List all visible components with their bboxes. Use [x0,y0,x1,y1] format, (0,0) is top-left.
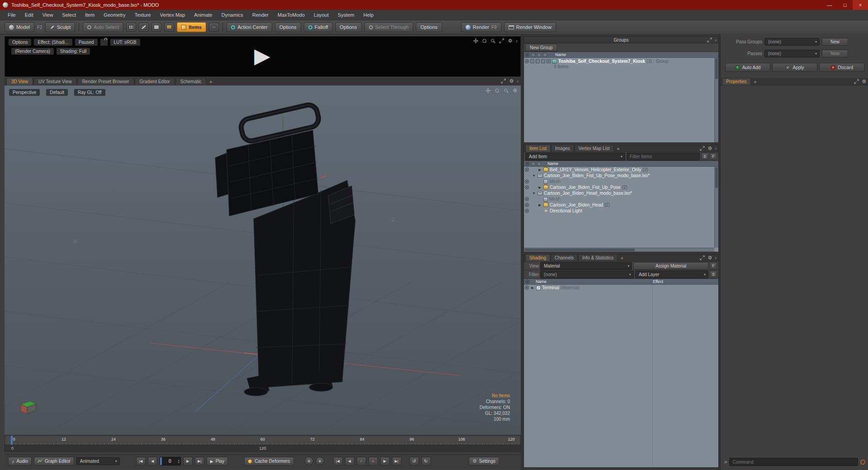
scrollbar-vertical[interactable] [714,167,718,248]
menu-item[interactable]: Item [81,11,99,19]
menu-item[interactable]: Edit [21,11,38,19]
pass-groups-dropdown[interactable]: (none) ▾ [764,38,820,46]
play-button[interactable]: ▶ Play [207,457,228,465]
viewport-tab[interactable]: Gradient Editor [135,78,175,85]
close-button[interactable]: × [853,0,868,10]
preview-effect-button[interactable]: Effect: (Shadi... [34,39,72,46]
next-key-button[interactable]: ▶| [392,457,401,465]
scrollbar-handle[interactable] [715,58,718,79]
timeline-ruler[interactable]: 01224364860728496108120 [5,436,520,445]
auto-select-button[interactable]: Auto Select [83,22,123,32]
falloff-button[interactable]: Falloff [304,22,333,32]
properties-tab[interactable]: Properties [722,78,751,85]
expand-icon[interactable] [700,255,705,260]
apply-button[interactable]: ✓ Apply [772,63,817,72]
pan-icon[interactable] [473,38,478,43]
menu-item[interactable]: View [38,11,57,19]
chevron-right-icon[interactable]: › [715,255,717,260]
item-row[interactable]: Bell_UH1Y_Venom_Helicopter_Exterior_Only… [524,167,718,173]
item-row[interactable]: Cartoon_Joe_Biden_Head (2) [524,202,718,208]
eye-icon[interactable] [525,286,529,290]
loop-back-button[interactable]: ↺ [410,457,419,465]
minimize-button[interactable]: — [822,0,837,10]
preview-paused-button[interactable]: Paused [75,39,98,46]
gear-icon[interactable]: ⚙ [862,79,866,84]
frame-spinner[interactable]: ▴ ▾ [178,459,179,464]
add-viewport-tab-button[interactable]: + [207,79,216,85]
spin-down-icon[interactable]: ▾ [178,461,179,464]
search-mode-button[interactable]: S [701,153,708,160]
transport-tool-button-2[interactable] [316,457,324,465]
auto-add-button[interactable]: + Auto Add [725,63,770,72]
preview-lut-button[interactable]: LUT: sRGB [110,39,140,46]
scrollbar-horizontal[interactable] [524,248,714,252]
expand-arrow[interactable] [538,168,542,171]
maximize-button[interactable]: □ [837,0,853,10]
items-mode-button[interactable]: Items [177,22,206,32]
render-button[interactable]: Render F9 [461,22,501,32]
chevron-right-icon[interactable]: › [715,38,717,42]
gear-icon[interactable]: ⚙ [509,79,514,84]
filter-mode-button[interactable]: F [710,262,717,269]
group-toggle-3[interactable] [541,59,545,63]
menu-item[interactable]: File [4,11,20,19]
viewport-tab[interactable]: UV Texture View [33,78,77,85]
expand-arrow[interactable] [532,174,536,177]
scrollbar-handle[interactable] [715,167,718,188]
shading-tab[interactable]: Shading [525,254,550,261]
discard-button[interactable]: × Discard [819,63,864,72]
go-to-end-button[interactable]: ▶| [195,457,204,465]
menu-item[interactable]: Texture [131,11,155,19]
menu-item[interactable]: Animate [190,11,216,19]
action-center-button[interactable]: Action Center [226,22,272,32]
group-toggle-1[interactable] [530,59,534,63]
chevron-right-icon[interactable]: › [517,79,519,84]
filter-mode-button[interactable]: F [710,153,717,160]
action-center-options-button[interactable]: Options [275,22,301,32]
eye-icon[interactable] [525,209,529,213]
add-layer-dropdown[interactable]: Add Layer ▾ [635,271,708,278]
expand-icon[interactable] [501,79,506,84]
center-mode-button[interactable] [209,23,219,32]
item-list-tab[interactable]: Item List [525,145,551,152]
loop-forward-button[interactable]: ↻ [421,457,431,465]
key-check-button[interactable]: ✓ [357,457,366,465]
new-pass-group-button[interactable]: New [822,38,848,46]
falloff-options-button[interactable]: Options [335,22,362,32]
preview-options-button[interactable]: Options [9,39,31,46]
expand-arrow[interactable] [538,186,542,189]
render-window-button[interactable]: Render Window [504,22,556,32]
preview-camera-button[interactable]: (Render Camera) [11,48,54,55]
expand-icon[interactable] [700,146,705,151]
previous-frame-button[interactable]: ◀ [345,457,354,465]
edges-mode-button[interactable] [139,23,149,32]
chevron-right-icon[interactable]: › [715,146,717,151]
eye-icon[interactable] [525,179,529,183]
select-through-button[interactable]: Select Through [364,22,413,32]
filter-dropdown[interactable]: (none) ▾ [540,271,634,278]
scrollbar-handle[interactable] [524,249,635,251]
command-history-icon[interactable] [860,460,865,465]
cache-deformers-button[interactable]: Cache Deformers [244,457,293,465]
preview-play-icon[interactable]: ▶ [254,45,270,66]
raygl-button[interactable]: Ray GL: Off [74,89,105,96]
polygons-mode-button[interactable] [151,23,161,32]
orbit-icon[interactable] [495,88,500,93]
viewport-tab[interactable]: Render Preset Browser [77,78,134,85]
menu-item[interactable]: System [334,11,359,19]
select-through-options-button[interactable]: Options [416,22,442,32]
viewport-tab[interactable]: 3D View [6,78,33,85]
gear-icon[interactable]: ⚙ [708,255,712,260]
next-frame-button[interactable]: ▶ [380,457,390,465]
timeline[interactable]: 01224364860728496108120 0 120 [5,435,521,452]
default-view-button[interactable]: Default [46,89,68,96]
preview-lock-button[interactable] [100,39,108,46]
item-list-tab[interactable]: Images [551,145,574,152]
group-row[interactable]: + Toshiba_Self_Checkout_System7_Kiosk (3… [524,58,718,70]
shading-tab[interactable]: Channels [551,254,578,261]
eye-icon[interactable] [525,197,529,201]
add-item-dropdown[interactable]: Add Item ▾ [525,153,625,160]
settings-button[interactable]: ⚙ Settings [469,457,499,465]
previous-key-button[interactable]: |◀ [333,457,343,465]
vertices-mode-button[interactable] [126,23,136,32]
